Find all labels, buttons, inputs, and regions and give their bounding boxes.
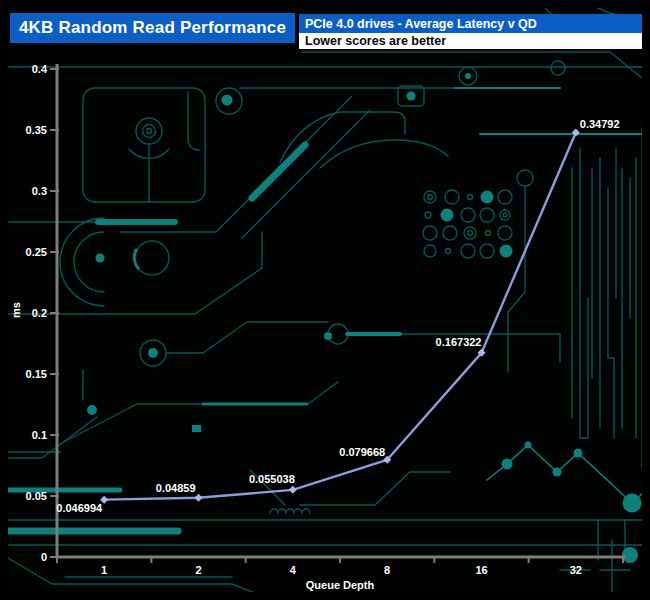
y-tick-label: 0.35 [26,124,47,136]
latency-line-chart: 00.050.10.150.20.250.30.350.412481632Que… [0,0,650,600]
y-tick-label: 0.1 [32,429,47,441]
x-tick-label: 16 [475,564,487,576]
x-tick-label: 8 [384,564,390,576]
y-axis-title: ms [10,302,22,318]
chart-subtitle-bar: PCIe 4.0 drives - Average Latency v QD [299,14,642,33]
y-tick-label: 0 [41,551,47,563]
data-point-label: 0.046994 [56,502,103,514]
data-point-label: 0.167322 [436,336,482,348]
latency-series-line [104,133,576,500]
x-axis-title: Queue Depth [306,579,375,591]
x-tick-label: 1 [101,564,107,576]
x-tick-label: 32 [570,564,582,576]
data-point-label: 0.34792 [580,118,620,130]
data-point-label: 0.04859 [156,482,196,494]
chart-note: Lower scores are better [305,34,446,48]
y-tick-label: 0.25 [26,246,47,258]
chart-note-bar: Lower scores are better [299,33,642,49]
chart-title-bar: 4KB Random Read Performance [10,13,295,43]
y-tick-label: 0.05 [26,490,47,502]
chart-title: 4KB Random Read Performance [19,18,286,38]
y-tick-label: 0.2 [32,307,47,319]
y-tick-label: 0.4 [32,63,48,75]
data-point-marker [572,129,580,137]
screenshot-root: 00.050.10.150.20.250.30.350.412481632Que… [0,0,650,600]
data-point-label: 0.055038 [249,473,295,485]
data-point-marker [195,494,203,502]
y-tick-label: 0.15 [26,368,47,380]
data-point-label: 0.079668 [339,446,385,458]
x-tick-label: 4 [290,564,297,576]
y-tick-label: 0.3 [32,185,47,197]
chart-subtitle: PCIe 4.0 drives - Average Latency v QD [305,17,537,31]
data-point-marker [289,486,297,494]
x-tick-label: 2 [195,564,201,576]
